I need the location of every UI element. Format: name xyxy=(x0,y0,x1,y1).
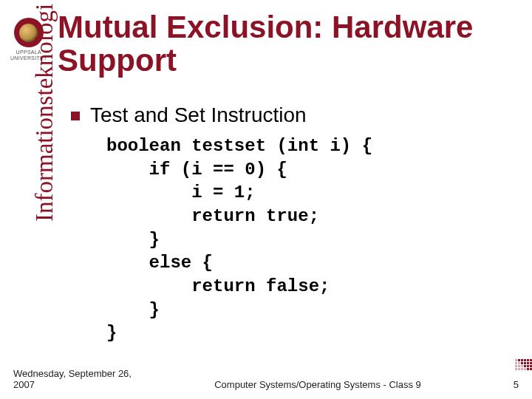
bullet-square-icon xyxy=(71,112,80,120)
bullet-item: Test and Set Instruction xyxy=(71,103,514,127)
footer-course: Computer Systems/Operating Systems - Cla… xyxy=(146,379,489,390)
footer: Wednesday, September 26, 2007 Computer S… xyxy=(13,368,519,390)
slide: UPPSALA UNIVERSITET Mutual Exclusion: Ha… xyxy=(0,0,532,399)
footer-date: Wednesday, September 26, 2007 xyxy=(13,368,146,390)
code-block: boolean testset (int i) { if (i == 0) { … xyxy=(106,134,514,345)
footer-page-number: 5 xyxy=(489,379,519,390)
sidebar-vertical-label: Informationsteknologi xyxy=(31,4,58,222)
bullet-text: Test and Set Instruction xyxy=(90,103,307,127)
content-area: Test and Set Instruction boolean testset… xyxy=(71,103,514,345)
page-title: Mutual Exclusion: Hardware Support xyxy=(58,10,517,78)
